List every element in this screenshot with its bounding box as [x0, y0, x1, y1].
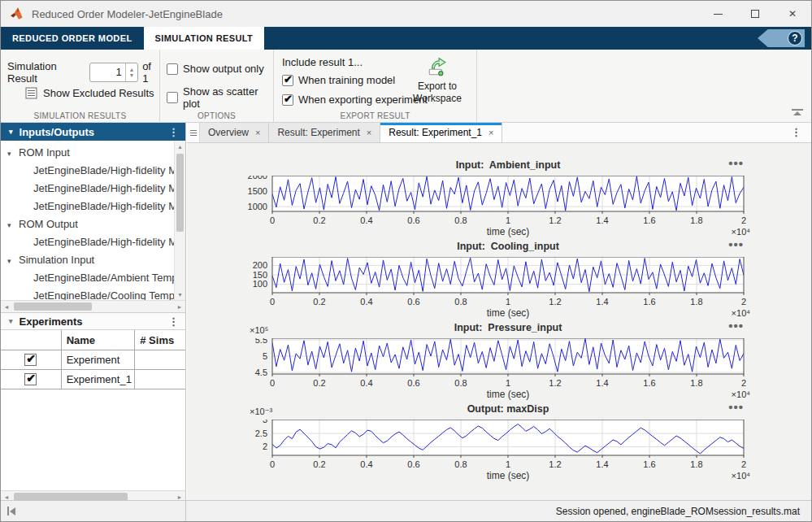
svg-text:0.2: 0.2 — [313, 215, 325, 225]
svg-text:time (sec): time (sec) — [487, 307, 530, 319]
ribbon-tab-reduced-order-model[interactable]: REDUCED ORDER MODEL — [1, 27, 144, 50]
checkbox-when-exporting-experiment[interactable]: When exporting experiment — [282, 94, 428, 106]
svg-text:1.2: 1.2 — [549, 378, 561, 388]
plot-options-ellipsis[interactable]: ••• — [728, 237, 744, 251]
scrollbar-thumb[interactable] — [176, 154, 184, 232]
tab-group-grip-icon[interactable] — [187, 123, 200, 142]
checkbox-box-icon[interactable] — [282, 94, 293, 106]
svg-text:1.6: 1.6 — [643, 459, 655, 469]
svg-text:1.8: 1.8 — [690, 215, 702, 225]
doc-tab-label: Result: Experiment — [277, 127, 359, 138]
simulation-result-spinner[interactable]: 1 ▲ ▼ — [89, 63, 138, 82]
scroll-down-icon[interactable]: ▼ — [175, 289, 185, 300]
svg-text:2.5: 2.5 — [255, 428, 267, 438]
svg-text:0.6: 0.6 — [407, 297, 419, 307]
collapse-panel-icon[interactable]: ▾ — [9, 128, 13, 136]
tree-expand-icon[interactable]: ▾ — [7, 216, 19, 233]
collapse-left-panel-button[interactable] — [7, 507, 15, 515]
collapse-toolstrip-button[interactable] — [792, 109, 803, 117]
svg-text:0.6: 0.6 — [407, 378, 419, 388]
checkbox-label: Show as scatter plot — [183, 85, 273, 110]
svg-text:0.8: 0.8 — [454, 297, 467, 307]
tree-expand-icon[interactable]: ▾ — [7, 145, 19, 162]
row-checkbox[interactable] — [24, 373, 37, 385]
sims-count-cell — [135, 370, 185, 389]
tab-bar-menu-icon[interactable]: ⋮ — [791, 126, 801, 138]
tree-item-jetengineblade-high-fidelity-mod[interactable]: JetEngineBlade/High-fidelity Mod — [1, 162, 174, 180]
panel-menu-icon[interactable]: ⋮ — [168, 126, 179, 138]
svg-text:1.2: 1.2 — [549, 215, 561, 225]
scrollbar-thumb[interactable] — [14, 302, 92, 311]
doc-tab-result-experiment-1[interactable]: Result: Experiment_1× — [380, 123, 502, 142]
tree-item-simulation-input[interactable]: ▾Simulation Input — [1, 251, 174, 269]
minimize-button[interactable] — [699, 1, 736, 27]
scroll-left-icon[interactable]: ◄ — [1, 301, 12, 312]
tree-item-jetengineblade-cooling-temper[interactable]: JetEngineBlade/Cooling Temper — [1, 287, 174, 300]
spinner-up-icon[interactable]: ▲ — [128, 67, 134, 72]
help-button[interactable]: ? — [758, 29, 805, 47]
svg-text:0.4: 0.4 — [360, 459, 372, 469]
spinner-value[interactable]: 1 — [90, 63, 124, 81]
svg-text:1.4: 1.4 — [596, 378, 608, 388]
svg-text:1: 1 — [506, 297, 510, 307]
svg-text:2: 2 — [741, 459, 746, 469]
tree-item-jetengineblade-high-fidelity-mod[interactable]: JetEngineBlade/High-fidelity Mod — [1, 180, 174, 198]
checkbox-box-icon[interactable] — [282, 75, 293, 86]
tree-item-jetengineblade-high-fidelity-mod[interactable]: JetEngineBlade/High-fidelity Mod — [1, 198, 174, 215]
checkbox-box-icon[interactable] — [167, 63, 178, 75]
panel-menu-icon[interactable]: ⋮ — [168, 315, 179, 328]
row-checkbox[interactable] — [24, 354, 37, 366]
experiments-header[interactable]: ▾ Experiments ⋮ — [1, 312, 185, 330]
column-header-Name: Name — [62, 330, 136, 350]
plot-options-ellipsis[interactable]: ••• — [728, 319, 744, 333]
plot-titlebar: ×10⁵Input: Pressure_input••• — [224, 322, 784, 338]
tree-item-rom-input[interactable]: ▾ROM Input — [1, 144, 174, 162]
tree-horizontal-scrollbar[interactable]: ◄ ► — [1, 300, 185, 312]
spinner-down-icon[interactable]: ▼ — [128, 72, 134, 78]
export-to-workspace-button[interactable]: Export to Workspace — [408, 56, 467, 105]
table-row[interactable]: Experiment_1 — [1, 369, 185, 389]
scroll-right-icon[interactable]: ► — [174, 301, 185, 312]
checkbox-box-icon[interactable] — [167, 92, 178, 103]
svg-text:1: 1 — [506, 378, 510, 388]
inputs-outputs-header[interactable]: ▾ Inputs/Outputs ⋮ — [1, 123, 185, 141]
doc-tab-result-experiment[interactable]: Result: Experiment× — [269, 123, 380, 142]
svg-text:3: 3 — [263, 420, 267, 424]
tree-expand-icon[interactable]: ▾ — [7, 252, 19, 269]
tab-close-icon[interactable]: × — [367, 128, 371, 137]
show-excluded-results-button[interactable]: Show Excluded Results — [25, 87, 154, 99]
collapse-panel-icon[interactable]: ▾ — [9, 317, 13, 325]
tree-item-rom-output[interactable]: ▾ROM Output — [1, 215, 174, 233]
checkbox-label: When training model — [298, 74, 395, 86]
scroll-up-icon[interactable]: ▲ — [175, 141, 185, 152]
tree-item-jetengineblade-ambient-temper[interactable]: JetEngineBlade/Ambient Temper — [1, 269, 174, 287]
plot-options-ellipsis[interactable]: ••• — [728, 400, 744, 414]
maximize-button[interactable] — [736, 1, 774, 27]
section-export-result: Include result 1... When training modelW… — [274, 50, 477, 123]
tab-close-icon[interactable]: × — [255, 128, 260, 137]
close-button[interactable]: ✕ — [774, 1, 811, 27]
table-row[interactable]: Experiment — [1, 350, 185, 369]
doc-tab-label: Overview — [208, 127, 249, 138]
checkbox-show-output-only[interactable]: Show output only — [167, 63, 264, 75]
doc-tab-overview[interactable]: Overview× — [200, 123, 269, 142]
table-header-row: Name# Sims — [1, 330, 185, 350]
plot-1: Input: Ambient_input•••10001500200000.20… — [224, 159, 784, 237]
ribbon-tab-simulation-result[interactable]: SIMULATION RESULT — [144, 27, 265, 50]
checkbox-show-as-scatter-plot[interactable]: Show as scatter plot — [167, 85, 273, 110]
plot-title: Input: Pressure_input — [272, 322, 744, 333]
tab-close-icon[interactable]: × — [489, 128, 493, 137]
checkbox-when-training-model[interactable]: When training model — [282, 74, 395, 86]
help-icon: ? — [788, 31, 802, 46]
svg-text:1.4: 1.4 — [596, 459, 608, 469]
tree-item-label: ROM Input — [19, 146, 70, 159]
plot-title: Input: Ambient_input — [272, 159, 744, 171]
svg-text:×10⁴: ×10⁴ — [732, 471, 751, 481]
svg-text:2: 2 — [741, 215, 746, 225]
tree-vertical-scrollbar[interactable]: ▲ ▼ — [174, 141, 185, 300]
tree-item-jetengineblade-high-fidelity-mod[interactable]: JetEngineBlade/High-fidelity Mod — [1, 233, 174, 251]
plot-titlebar: ×10⁻³Output: maxDisp••• — [224, 403, 784, 420]
plot-options-ellipsis[interactable]: ••• — [728, 156, 744, 170]
row-select-cell — [1, 350, 62, 369]
svg-text:0: 0 — [270, 297, 275, 307]
